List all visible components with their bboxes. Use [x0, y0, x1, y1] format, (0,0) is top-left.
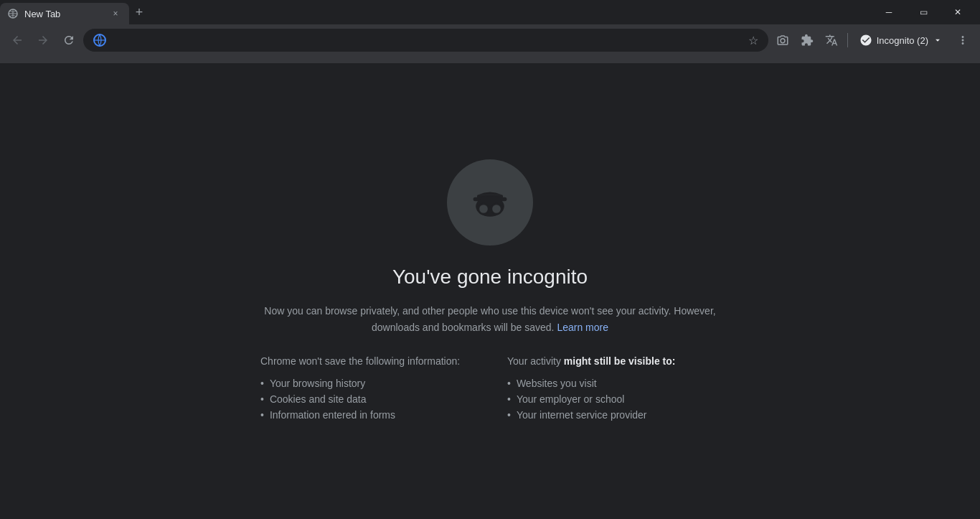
tab-favicon [7, 8, 19, 19]
omnibox[interactable]: ☆ [83, 29, 768, 52]
toolbar-right-buttons: Incognito (2) [771, 29, 974, 52]
incognito-label: Incognito (2) [877, 35, 928, 46]
list-item: Cookies and site data [260, 391, 473, 407]
left-info-list: Your browsing history Cookies and site d… [260, 375, 473, 423]
omnibox-favicon [93, 34, 106, 47]
list-item: Your browsing history [260, 375, 473, 391]
tab-strip: New Tab × + [0, 0, 867, 24]
right-info-list: Websites you visit Your employer or scho… [507, 375, 720, 423]
extensions-button[interactable] [796, 29, 819, 52]
screenshot-button[interactable] [771, 29, 794, 52]
main-content: You've gone incognito Now you can browse… [0, 63, 980, 519]
toolbar: ☆ Incognito (2) [0, 24, 980, 56]
maximize-button[interactable]: ▭ [907, 1, 940, 24]
window-controls: ─ ▭ ✕ [867, 0, 980, 24]
toolbar-divider [847, 33, 848, 47]
title-bar: New Tab × + ─ ▭ ✕ [0, 0, 980, 24]
tab-close-button[interactable]: × [109, 7, 122, 20]
incognito-icon [464, 177, 516, 228]
activity-visible-bold: might still be visible to: [564, 355, 676, 367]
incognito-icon-circle [447, 159, 533, 246]
menu-button[interactable] [951, 29, 974, 52]
incognito-description: Now you can browse privately, and other … [260, 303, 720, 335]
list-item: Information entered in forms [260, 407, 473, 423]
tab-title: New Tab [24, 9, 103, 19]
omnibox-input[interactable] [112, 34, 743, 46]
minimize-button[interactable]: ─ [872, 1, 905, 24]
list-item: Your employer or school [507, 391, 720, 407]
incognito-badge[interactable]: Incognito (2) [852, 31, 950, 50]
activity-visible-text: Your activity [507, 355, 564, 367]
translate-button[interactable] [820, 29, 843, 52]
new-tab-button[interactable]: + [129, 2, 149, 22]
forward-button[interactable] [32, 29, 55, 52]
list-item: Your internet service provider [507, 407, 720, 423]
right-info-column: Your activity might still be visible to:… [507, 355, 720, 423]
incognito-title: You've gone incognito [392, 266, 588, 289]
incognito-page: You've gone incognito Now you can browse… [246, 159, 734, 423]
bookmarks-bar [0, 56, 980, 63]
learn-more-link[interactable]: Learn more [557, 322, 608, 333]
close-button[interactable]: ✕ [941, 1, 974, 24]
reload-button[interactable] [57, 29, 80, 52]
left-info-column: Chrome won't save the following informat… [260, 355, 473, 423]
right-column-title: Your activity might still be visible to: [507, 355, 720, 367]
back-button[interactable] [6, 29, 29, 52]
bookmark-star-icon[interactable]: ☆ [748, 34, 758, 47]
active-tab[interactable]: New Tab × [0, 3, 129, 24]
left-column-title: Chrome won't save the following informat… [260, 355, 473, 367]
description-text-1: Now you can browse privately, and other … [264, 305, 715, 332]
list-item: Websites you visit [507, 375, 720, 391]
info-columns: Chrome won't save the following informat… [260, 355, 720, 423]
